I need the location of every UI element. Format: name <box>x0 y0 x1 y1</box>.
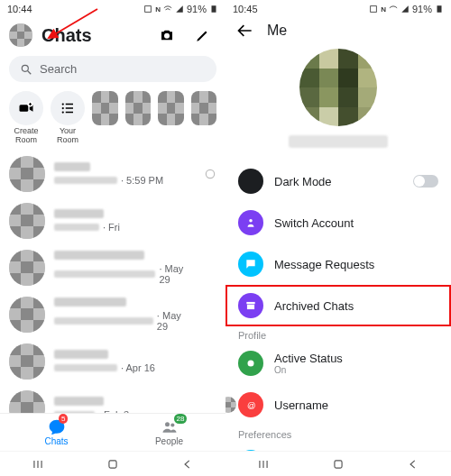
chat-row[interactable]: · Feb 3 <box>0 385 226 413</box>
search-input[interactable]: Search <box>9 56 216 82</box>
your-room-button[interactable]: Your Room <box>51 91 85 145</box>
bottom-tabs: 5 Chats 28 People <box>0 413 226 451</box>
home-button[interactable] <box>106 458 119 471</box>
chat-name <box>54 162 90 171</box>
nfc-icon: N <box>155 5 161 14</box>
me-title: Me <box>267 23 287 39</box>
svg-rect-0 <box>145 6 152 13</box>
rooms-row[interactable]: Create Room Your Room <box>0 86 226 151</box>
back-button[interactable] <box>407 458 419 471</box>
dark-mode-toggle[interactable] <box>413 175 438 188</box>
room-tile[interactable] <box>92 91 118 125</box>
chat-status-icon <box>204 308 216 321</box>
chat-avatar <box>9 343 45 380</box>
moon-icon <box>244 174 258 188</box>
svg-rect-21 <box>437 5 442 13</box>
status-bar: 10:45 N 91% <box>226 0 451 18</box>
menu-archived-chats[interactable]: Archived Chats <box>226 285 451 326</box>
wifi-icon <box>389 5 398 14</box>
chat-status-icon <box>204 168 216 180</box>
menu-active-status[interactable]: Active StatusOn <box>226 343 451 384</box>
tab-chats[interactable]: 5 Chats <box>0 414 113 451</box>
chat-text: · 5:59 PM <box>54 162 195 186</box>
svg-line-3 <box>28 70 32 74</box>
chat-preview: · Fri <box>54 222 195 233</box>
chat-status-icon <box>204 355 216 368</box>
status-icons: N 91% <box>143 4 218 14</box>
chat-text: · Fri <box>54 209 195 233</box>
room-tile[interactable] <box>191 91 217 125</box>
chat-preview: · 5:59 PM <box>54 175 195 186</box>
settings-menu[interactable]: Dark Mode Switch Account Message Request… <box>226 160 451 451</box>
menu-switch-account[interactable]: Switch Account <box>226 202 451 243</box>
people-badge: 28 <box>174 414 188 424</box>
chat-row[interactable]: · May 29 <box>0 244 226 291</box>
me-header: Me <box>226 18 451 43</box>
search-icon <box>20 63 32 76</box>
svg-rect-31 <box>335 460 342 467</box>
back-button[interactable] <box>181 458 194 471</box>
camera-button[interactable] <box>153 22 180 49</box>
status-icons: N 91% <box>369 4 444 14</box>
wifi-icon <box>163 5 172 14</box>
chat-preview: · May 29 <box>54 263 195 285</box>
chat-avatar <box>9 250 45 286</box>
mini-avatar <box>226 397 236 413</box>
profile-name <box>289 135 388 148</box>
recents-button[interactable] <box>257 458 270 471</box>
section-preferences: Preferences <box>226 426 451 442</box>
svg-point-8 <box>62 111 64 113</box>
compose-button[interactable] <box>189 22 216 49</box>
video-plus-icon <box>18 100 34 116</box>
chat-list[interactable]: · 5:59 PM · Fri · May 29 · May 29 <box>0 151 226 413</box>
create-room-button[interactable]: Create Room <box>9 91 43 145</box>
menu-label: Username <box>274 398 438 412</box>
svg-point-6 <box>62 103 64 105</box>
chat-text: · Apr 16 <box>54 350 195 373</box>
chat-text: · May 29 <box>54 298 195 332</box>
chat-status-icon <box>204 402 216 413</box>
chats-screen: 10:44 N 91% Chats Search Create Room <box>0 0 226 476</box>
chat-status-icon <box>204 261 216 274</box>
recents-button[interactable] <box>32 458 44 471</box>
svg-rect-4 <box>20 105 29 112</box>
at-icon: @ <box>244 398 257 411</box>
tab-people-label: People <box>155 436 183 446</box>
tab-people[interactable]: 28 People <box>113 414 226 451</box>
chats-badge: 5 <box>59 414 68 424</box>
chat-name <box>54 397 104 406</box>
room-tile[interactable] <box>158 91 184 125</box>
menu-username[interactable]: @ Username <box>226 384 451 426</box>
svg-text:@: @ <box>247 401 255 410</box>
status-time: 10:45 <box>233 4 258 14</box>
svg-rect-1 <box>212 5 216 13</box>
chat-row[interactable]: · 5:59 PM <box>0 151 226 197</box>
menu-label: Active StatusOn <box>274 352 438 375</box>
svg-point-13 <box>165 422 170 426</box>
menu-message-requests[interactable]: Message Requests <box>226 243 451 285</box>
menu-privacy[interactable]: Privacy <box>226 442 451 451</box>
page-title: Chats <box>41 25 144 46</box>
camera-icon <box>159 27 175 43</box>
android-navbar <box>0 451 226 476</box>
chat-status-icon <box>204 215 216 227</box>
chat-name <box>54 209 104 218</box>
chat-row[interactable]: · Fri <box>0 197 226 244</box>
tab-chats-label: Chats <box>44 436 68 446</box>
home-button[interactable] <box>332 458 345 471</box>
menu-dark-mode[interactable]: Dark Mode <box>226 160 451 202</box>
chat-name <box>54 298 126 307</box>
back-arrow[interactable] <box>236 22 254 40</box>
menu-label: Dark Mode <box>274 175 402 188</box>
chat-row[interactable]: · May 29 <box>0 291 226 338</box>
chat-row[interactable]: · Apr 16 <box>0 338 226 385</box>
battery-pct: 91% <box>412 4 432 14</box>
profile-avatar[interactable] <box>299 49 377 126</box>
my-avatar[interactable] <box>9 23 32 47</box>
menu-label: Message Requests <box>274 258 438 271</box>
chat-preview: · May 29 <box>54 310 195 332</box>
room-tile[interactable] <box>125 91 152 125</box>
chat-avatar <box>9 156 45 192</box>
chats-header: Chats <box>0 18 226 52</box>
your-room-label: Your Room <box>57 127 78 145</box>
